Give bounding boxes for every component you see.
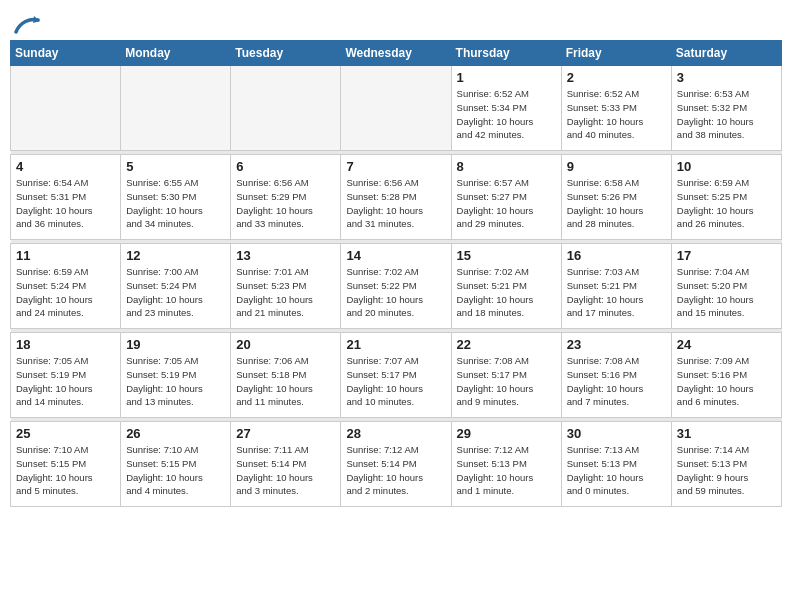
calendar-cell: 25Sunrise: 7:10 AM Sunset: 5:15 PM Dayli… xyxy=(11,422,121,507)
calendar-cell: 3Sunrise: 6:53 AM Sunset: 5:32 PM Daylig… xyxy=(671,66,781,151)
calendar-cell: 21Sunrise: 7:07 AM Sunset: 5:17 PM Dayli… xyxy=(341,333,451,418)
day-info: Sunrise: 7:09 AM Sunset: 5:16 PM Dayligh… xyxy=(677,354,776,409)
calendar-cell: 10Sunrise: 6:59 AM Sunset: 5:25 PM Dayli… xyxy=(671,155,781,240)
day-number: 12 xyxy=(126,248,225,263)
calendar-week-row: 25Sunrise: 7:10 AM Sunset: 5:15 PM Dayli… xyxy=(11,422,782,507)
day-number: 23 xyxy=(567,337,666,352)
day-info: Sunrise: 7:02 AM Sunset: 5:21 PM Dayligh… xyxy=(457,265,556,320)
day-number: 24 xyxy=(677,337,776,352)
calendar-cell: 18Sunrise: 7:05 AM Sunset: 5:19 PM Dayli… xyxy=(11,333,121,418)
calendar-cell xyxy=(121,66,231,151)
calendar-cell: 16Sunrise: 7:03 AM Sunset: 5:21 PM Dayli… xyxy=(561,244,671,329)
day-number: 1 xyxy=(457,70,556,85)
calendar-cell xyxy=(341,66,451,151)
day-info: Sunrise: 7:02 AM Sunset: 5:22 PM Dayligh… xyxy=(346,265,445,320)
day-info: Sunrise: 6:59 AM Sunset: 5:25 PM Dayligh… xyxy=(677,176,776,231)
day-number: 25 xyxy=(16,426,115,441)
day-info: Sunrise: 6:53 AM Sunset: 5:32 PM Dayligh… xyxy=(677,87,776,142)
calendar-cell xyxy=(231,66,341,151)
day-number: 15 xyxy=(457,248,556,263)
calendar-week-row: 1Sunrise: 6:52 AM Sunset: 5:34 PM Daylig… xyxy=(11,66,782,151)
day-number: 21 xyxy=(346,337,445,352)
logo xyxy=(10,14,40,34)
weekday-header-monday: Monday xyxy=(121,41,231,66)
calendar-cell: 1Sunrise: 6:52 AM Sunset: 5:34 PM Daylig… xyxy=(451,66,561,151)
calendar-cell: 9Sunrise: 6:58 AM Sunset: 5:26 PM Daylig… xyxy=(561,155,671,240)
day-number: 18 xyxy=(16,337,115,352)
calendar-cell: 20Sunrise: 7:06 AM Sunset: 5:18 PM Dayli… xyxy=(231,333,341,418)
day-number: 17 xyxy=(677,248,776,263)
day-info: Sunrise: 7:12 AM Sunset: 5:13 PM Dayligh… xyxy=(457,443,556,498)
weekday-header-tuesday: Tuesday xyxy=(231,41,341,66)
calendar-cell: 19Sunrise: 7:05 AM Sunset: 5:19 PM Dayli… xyxy=(121,333,231,418)
calendar-cell: 24Sunrise: 7:09 AM Sunset: 5:16 PM Dayli… xyxy=(671,333,781,418)
day-number: 2 xyxy=(567,70,666,85)
day-number: 7 xyxy=(346,159,445,174)
page-header xyxy=(10,10,782,34)
day-number: 27 xyxy=(236,426,335,441)
day-info: Sunrise: 7:10 AM Sunset: 5:15 PM Dayligh… xyxy=(126,443,225,498)
calendar-cell: 28Sunrise: 7:12 AM Sunset: 5:14 PM Dayli… xyxy=(341,422,451,507)
day-number: 11 xyxy=(16,248,115,263)
calendar-cell: 31Sunrise: 7:14 AM Sunset: 5:13 PM Dayli… xyxy=(671,422,781,507)
day-info: Sunrise: 7:05 AM Sunset: 5:19 PM Dayligh… xyxy=(126,354,225,409)
day-info: Sunrise: 6:57 AM Sunset: 5:27 PM Dayligh… xyxy=(457,176,556,231)
day-info: Sunrise: 7:08 AM Sunset: 5:16 PM Dayligh… xyxy=(567,354,666,409)
calendar-cell: 17Sunrise: 7:04 AM Sunset: 5:20 PM Dayli… xyxy=(671,244,781,329)
weekday-header-friday: Friday xyxy=(561,41,671,66)
calendar-cell: 14Sunrise: 7:02 AM Sunset: 5:22 PM Dayli… xyxy=(341,244,451,329)
day-info: Sunrise: 6:59 AM Sunset: 5:24 PM Dayligh… xyxy=(16,265,115,320)
day-info: Sunrise: 7:12 AM Sunset: 5:14 PM Dayligh… xyxy=(346,443,445,498)
calendar-cell: 26Sunrise: 7:10 AM Sunset: 5:15 PM Dayli… xyxy=(121,422,231,507)
calendar-cell: 7Sunrise: 6:56 AM Sunset: 5:28 PM Daylig… xyxy=(341,155,451,240)
day-number: 19 xyxy=(126,337,225,352)
day-number: 13 xyxy=(236,248,335,263)
day-number: 31 xyxy=(677,426,776,441)
calendar-cell: 22Sunrise: 7:08 AM Sunset: 5:17 PM Dayli… xyxy=(451,333,561,418)
calendar-table: SundayMondayTuesdayWednesdayThursdayFrid… xyxy=(10,40,782,507)
day-info: Sunrise: 6:58 AM Sunset: 5:26 PM Dayligh… xyxy=(567,176,666,231)
day-info: Sunrise: 7:05 AM Sunset: 5:19 PM Dayligh… xyxy=(16,354,115,409)
day-number: 30 xyxy=(567,426,666,441)
calendar-cell: 5Sunrise: 6:55 AM Sunset: 5:30 PM Daylig… xyxy=(121,155,231,240)
calendar-cell: 6Sunrise: 6:56 AM Sunset: 5:29 PM Daylig… xyxy=(231,155,341,240)
day-info: Sunrise: 7:06 AM Sunset: 5:18 PM Dayligh… xyxy=(236,354,335,409)
calendar-cell: 8Sunrise: 6:57 AM Sunset: 5:27 PM Daylig… xyxy=(451,155,561,240)
day-info: Sunrise: 6:52 AM Sunset: 5:34 PM Dayligh… xyxy=(457,87,556,142)
day-number: 28 xyxy=(346,426,445,441)
logo-icon xyxy=(12,14,40,36)
calendar-week-row: 18Sunrise: 7:05 AM Sunset: 5:19 PM Dayli… xyxy=(11,333,782,418)
day-number: 4 xyxy=(16,159,115,174)
day-info: Sunrise: 6:52 AM Sunset: 5:33 PM Dayligh… xyxy=(567,87,666,142)
day-number: 22 xyxy=(457,337,556,352)
day-number: 20 xyxy=(236,337,335,352)
calendar-cell: 27Sunrise: 7:11 AM Sunset: 5:14 PM Dayli… xyxy=(231,422,341,507)
calendar-cell: 2Sunrise: 6:52 AM Sunset: 5:33 PM Daylig… xyxy=(561,66,671,151)
day-number: 10 xyxy=(677,159,776,174)
calendar-cell: 12Sunrise: 7:00 AM Sunset: 5:24 PM Dayli… xyxy=(121,244,231,329)
calendar-week-row: 11Sunrise: 6:59 AM Sunset: 5:24 PM Dayli… xyxy=(11,244,782,329)
day-info: Sunrise: 6:56 AM Sunset: 5:29 PM Dayligh… xyxy=(236,176,335,231)
day-info: Sunrise: 7:00 AM Sunset: 5:24 PM Dayligh… xyxy=(126,265,225,320)
day-info: Sunrise: 7:14 AM Sunset: 5:13 PM Dayligh… xyxy=(677,443,776,498)
day-number: 9 xyxy=(567,159,666,174)
day-number: 29 xyxy=(457,426,556,441)
day-info: Sunrise: 7:08 AM Sunset: 5:17 PM Dayligh… xyxy=(457,354,556,409)
day-info: Sunrise: 7:10 AM Sunset: 5:15 PM Dayligh… xyxy=(16,443,115,498)
day-info: Sunrise: 7:03 AM Sunset: 5:21 PM Dayligh… xyxy=(567,265,666,320)
day-info: Sunrise: 6:56 AM Sunset: 5:28 PM Dayligh… xyxy=(346,176,445,231)
calendar-cell: 4Sunrise: 6:54 AM Sunset: 5:31 PM Daylig… xyxy=(11,155,121,240)
weekday-header-sunday: Sunday xyxy=(11,41,121,66)
day-info: Sunrise: 6:55 AM Sunset: 5:30 PM Dayligh… xyxy=(126,176,225,231)
day-info: Sunrise: 7:04 AM Sunset: 5:20 PM Dayligh… xyxy=(677,265,776,320)
calendar-cell: 13Sunrise: 7:01 AM Sunset: 5:23 PM Dayli… xyxy=(231,244,341,329)
day-number: 16 xyxy=(567,248,666,263)
day-number: 6 xyxy=(236,159,335,174)
calendar-cell: 11Sunrise: 6:59 AM Sunset: 5:24 PM Dayli… xyxy=(11,244,121,329)
day-number: 14 xyxy=(346,248,445,263)
weekday-header-thursday: Thursday xyxy=(451,41,561,66)
day-info: Sunrise: 7:07 AM Sunset: 5:17 PM Dayligh… xyxy=(346,354,445,409)
calendar-cell: 30Sunrise: 7:13 AM Sunset: 5:13 PM Dayli… xyxy=(561,422,671,507)
weekday-header-saturday: Saturday xyxy=(671,41,781,66)
day-number: 3 xyxy=(677,70,776,85)
